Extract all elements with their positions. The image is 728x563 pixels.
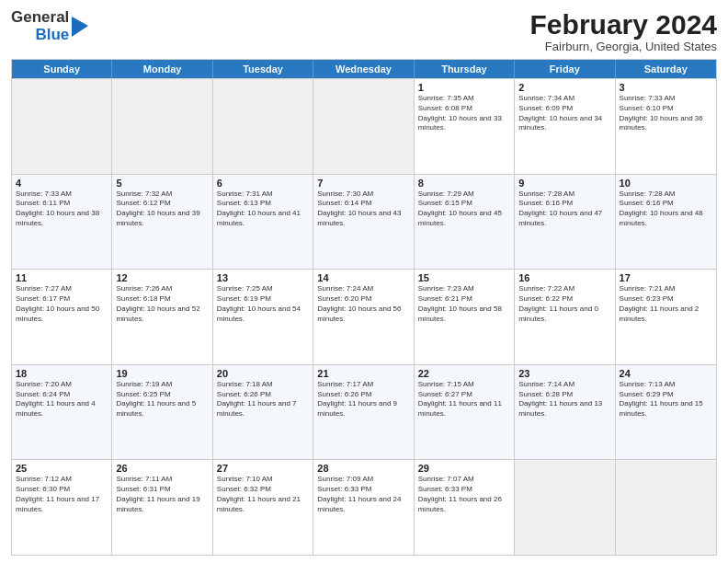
day-number: 23 bbox=[518, 368, 610, 379]
day-number: 1 bbox=[418, 82, 510, 93]
svg-marker-0 bbox=[72, 17, 88, 37]
cell-info: Sunrise: 7:33 AMSunset: 6:11 PMDaylight:… bbox=[16, 190, 108, 229]
cell-info: Sunrise: 7:17 AMSunset: 6:26 PMDaylight:… bbox=[317, 380, 409, 419]
calendar-cell: 7Sunrise: 7:30 AMSunset: 6:14 PMDaylight… bbox=[313, 175, 414, 270]
calendar-cell: 25Sunrise: 7:12 AMSunset: 6:30 PMDayligh… bbox=[12, 460, 112, 555]
cell-info: Sunrise: 7:32 AMSunset: 6:12 PMDaylight:… bbox=[116, 190, 208, 229]
calendar-cell: 14Sunrise: 7:24 AMSunset: 6:20 PMDayligh… bbox=[313, 270, 414, 364]
cell-info: Sunrise: 7:31 AMSunset: 6:13 PMDaylight:… bbox=[217, 190, 309, 229]
cell-info: Sunrise: 7:19 AMSunset: 6:25 PMDaylight:… bbox=[116, 380, 208, 419]
calendar-header-row: SundayMondayTuesdayWednesdayThursdayFrid… bbox=[12, 60, 716, 78]
logo-general: General bbox=[11, 9, 69, 27]
calendar-cell: 6Sunrise: 7:31 AMSunset: 6:13 PMDaylight… bbox=[213, 175, 313, 270]
logo-triangle-icon bbox=[72, 17, 88, 37]
header-day-saturday: Saturday bbox=[616, 60, 716, 78]
calendar-cell: 8Sunrise: 7:29 AMSunset: 6:15 PMDaylight… bbox=[415, 175, 515, 270]
day-number: 26 bbox=[116, 463, 208, 474]
cell-info: Sunrise: 7:20 AMSunset: 6:24 PMDaylight:… bbox=[16, 380, 108, 419]
day-number: 2 bbox=[518, 82, 610, 93]
calendar-cell: 23Sunrise: 7:14 AMSunset: 6:28 PMDayligh… bbox=[515, 365, 615, 460]
calendar-cell bbox=[313, 79, 414, 174]
cell-info: Sunrise: 7:21 AMSunset: 6:23 PMDaylight:… bbox=[620, 284, 712, 324]
cell-info: Sunrise: 7:34 AMSunset: 6:09 PMDaylight:… bbox=[518, 94, 610, 133]
calendar-cell: 10Sunrise: 7:28 AMSunset: 6:16 PMDayligh… bbox=[616, 175, 716, 270]
day-number: 15 bbox=[418, 272, 510, 283]
calendar-cell: 18Sunrise: 7:20 AMSunset: 6:24 PMDayligh… bbox=[12, 365, 112, 460]
calendar-cell: 20Sunrise: 7:18 AMSunset: 6:26 PMDayligh… bbox=[213, 365, 313, 460]
day-number: 11 bbox=[16, 272, 108, 283]
cell-info: Sunrise: 7:11 AMSunset: 6:31 PMDaylight:… bbox=[116, 475, 208, 514]
header: General Blue February 2024 Fairburn, Geo… bbox=[11, 9, 717, 53]
calendar-cell: 27Sunrise: 7:10 AMSunset: 6:32 PMDayligh… bbox=[213, 460, 313, 555]
calendar-cell: 24Sunrise: 7:13 AMSunset: 6:29 PMDayligh… bbox=[616, 365, 716, 460]
cell-info: Sunrise: 7:27 AMSunset: 6:17 PMDaylight:… bbox=[16, 284, 108, 324]
calendar-cell: 29Sunrise: 7:07 AMSunset: 6:33 PMDayligh… bbox=[415, 460, 515, 555]
header-day-monday: Monday bbox=[112, 60, 212, 78]
calendar-cell: 16Sunrise: 7:22 AMSunset: 6:22 PMDayligh… bbox=[515, 270, 615, 364]
cell-info: Sunrise: 7:10 AMSunset: 6:32 PMDaylight:… bbox=[217, 475, 309, 514]
header-day-tuesday: Tuesday bbox=[213, 60, 313, 78]
day-number: 4 bbox=[16, 178, 108, 189]
calendar-row-2: 11Sunrise: 7:27 AMSunset: 6:17 PMDayligh… bbox=[12, 269, 716, 364]
day-number: 5 bbox=[116, 178, 208, 189]
logo-blue: Blue bbox=[35, 27, 69, 44]
cell-info: Sunrise: 7:09 AMSunset: 6:33 PMDaylight:… bbox=[317, 475, 409, 514]
calendar-cell: 26Sunrise: 7:11 AMSunset: 6:31 PMDayligh… bbox=[112, 460, 212, 555]
day-number: 16 bbox=[518, 272, 610, 283]
day-number: 19 bbox=[116, 368, 208, 379]
calendar-cell: 13Sunrise: 7:25 AMSunset: 6:19 PMDayligh… bbox=[213, 270, 313, 364]
calendar-cell: 22Sunrise: 7:15 AMSunset: 6:27 PMDayligh… bbox=[415, 365, 515, 460]
cell-info: Sunrise: 7:25 AMSunset: 6:19 PMDaylight:… bbox=[217, 284, 309, 324]
header-day-friday: Friday bbox=[515, 60, 615, 78]
day-number: 7 bbox=[317, 178, 409, 189]
day-number: 9 bbox=[518, 178, 610, 189]
day-number: 13 bbox=[217, 272, 309, 283]
cell-info: Sunrise: 7:35 AMSunset: 6:08 PMDaylight:… bbox=[418, 94, 510, 133]
day-number: 10 bbox=[620, 178, 712, 189]
calendar-cell: 1Sunrise: 7:35 AMSunset: 6:08 PMDaylight… bbox=[415, 79, 515, 174]
calendar-cell bbox=[112, 79, 212, 174]
page: General Blue February 2024 Fairburn, Geo… bbox=[0, 0, 728, 563]
day-number: 21 bbox=[317, 368, 409, 379]
day-number: 6 bbox=[217, 178, 309, 189]
cell-info: Sunrise: 7:23 AMSunset: 6:21 PMDaylight:… bbox=[418, 284, 510, 324]
calendar-cell: 9Sunrise: 7:28 AMSunset: 6:16 PMDaylight… bbox=[515, 175, 615, 270]
logo: General Blue bbox=[11, 9, 88, 43]
header-day-thursday: Thursday bbox=[415, 60, 515, 78]
calendar-body: 1Sunrise: 7:35 AMSunset: 6:08 PMDaylight… bbox=[12, 78, 716, 555]
calendar-cell bbox=[616, 460, 716, 555]
day-number: 3 bbox=[620, 82, 712, 93]
calendar-row-0: 1Sunrise: 7:35 AMSunset: 6:08 PMDaylight… bbox=[12, 78, 716, 174]
day-number: 25 bbox=[16, 463, 108, 474]
cell-info: Sunrise: 7:14 AMSunset: 6:28 PMDaylight:… bbox=[518, 380, 610, 419]
calendar-cell bbox=[12, 79, 112, 174]
title-block: February 2024 Fairburn, Georgia, United … bbox=[530, 9, 717, 53]
day-number: 24 bbox=[620, 368, 712, 379]
calendar-cell: 2Sunrise: 7:34 AMSunset: 6:09 PMDaylight… bbox=[515, 79, 615, 174]
header-day-wednesday: Wednesday bbox=[313, 60, 414, 78]
day-number: 20 bbox=[217, 368, 309, 379]
location: Fairburn, Georgia, United States bbox=[530, 40, 717, 53]
calendar-row-3: 18Sunrise: 7:20 AMSunset: 6:24 PMDayligh… bbox=[12, 364, 716, 460]
cell-info: Sunrise: 7:28 AMSunset: 6:16 PMDaylight:… bbox=[518, 190, 610, 229]
day-number: 14 bbox=[317, 272, 409, 283]
calendar-row-1: 4Sunrise: 7:33 AMSunset: 6:11 PMDaylight… bbox=[12, 174, 716, 270]
calendar-cell: 4Sunrise: 7:33 AMSunset: 6:11 PMDaylight… bbox=[12, 175, 112, 270]
cell-info: Sunrise: 7:29 AMSunset: 6:15 PMDaylight:… bbox=[418, 190, 510, 229]
month-title: February 2024 bbox=[530, 9, 717, 40]
calendar-cell bbox=[515, 460, 615, 555]
header-day-sunday: Sunday bbox=[12, 60, 112, 78]
day-number: 17 bbox=[620, 272, 712, 283]
calendar: SundayMondayTuesdayWednesdayThursdayFrid… bbox=[11, 59, 717, 556]
calendar-cell: 5Sunrise: 7:32 AMSunset: 6:12 PMDaylight… bbox=[112, 175, 212, 270]
calendar-cell: 19Sunrise: 7:19 AMSunset: 6:25 PMDayligh… bbox=[112, 365, 212, 460]
calendar-cell: 17Sunrise: 7:21 AMSunset: 6:23 PMDayligh… bbox=[616, 270, 716, 364]
day-number: 28 bbox=[317, 463, 409, 474]
day-number: 29 bbox=[418, 463, 510, 474]
calendar-cell bbox=[213, 79, 313, 174]
calendar-cell: 21Sunrise: 7:17 AMSunset: 6:26 PMDayligh… bbox=[313, 365, 414, 460]
cell-info: Sunrise: 7:18 AMSunset: 6:26 PMDaylight:… bbox=[217, 380, 309, 419]
calendar-row-4: 25Sunrise: 7:12 AMSunset: 6:30 PMDayligh… bbox=[12, 459, 716, 555]
cell-info: Sunrise: 7:33 AMSunset: 6:10 PMDaylight:… bbox=[620, 94, 712, 133]
day-number: 27 bbox=[217, 463, 309, 474]
